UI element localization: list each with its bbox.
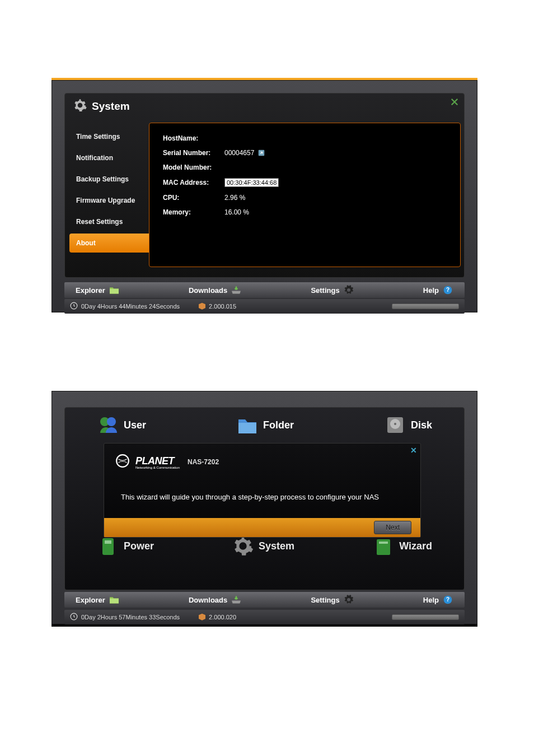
taskbar-downloads[interactable]: Downloads bbox=[181, 595, 250, 604]
svg-text:?: ? bbox=[446, 287, 449, 293]
status-version: 2.000.020 bbox=[198, 613, 236, 622]
grid-item-label: Wizard bbox=[399, 540, 432, 552]
row-cpu: CPU: 2.96 % bbox=[163, 194, 447, 202]
serial-value: 00004657 bbox=[224, 149, 447, 157]
app-body: System Time Settings Notification Backup… bbox=[51, 80, 477, 312]
wizard-message: This wizard will guide you through a ste… bbox=[104, 476, 420, 518]
row-model: Model Number: bbox=[163, 164, 447, 171]
wizard-header: PLANET Networking & Communication NAS-72… bbox=[104, 444, 420, 476]
grid-item-power[interactable]: Power bbox=[97, 535, 154, 557]
taskbar-downloads-label: Downloads bbox=[189, 596, 227, 604]
user-icon bbox=[97, 414, 119, 436]
row-hostname: HostName: bbox=[163, 134, 447, 142]
uptime-text: 0Day 2Hours 57Minutes 33Seconds bbox=[81, 614, 180, 620]
grid-item-system[interactable]: System bbox=[232, 535, 294, 557]
app-body: User Folder Disk Power bbox=[51, 391, 477, 624]
taskbar-settings-label: Settings bbox=[311, 286, 339, 295]
version-text: 2.000.015 bbox=[209, 303, 236, 310]
sidebar-item-about[interactable]: About bbox=[69, 234, 149, 253]
downloads-icon bbox=[231, 286, 242, 295]
memory-label: Memory: bbox=[163, 208, 224, 216]
grid-item-label: System bbox=[259, 540, 294, 552]
taskbar: Explorer Downloads Settings Help bbox=[64, 592, 465, 608]
status-version: 2.000.015 bbox=[198, 302, 236, 311]
svg-point-5 bbox=[107, 417, 116, 426]
folder-icon bbox=[236, 414, 259, 436]
brand-sub: Networking & Communication bbox=[135, 466, 180, 469]
brand-model: NAS-7202 bbox=[188, 458, 219, 466]
folder-icon bbox=[109, 286, 120, 295]
question-icon: ? bbox=[442, 595, 453, 604]
taskbar-explorer[interactable]: Explorer bbox=[68, 286, 128, 295]
svg-point-13 bbox=[116, 455, 129, 467]
screenshot-system-about: System Time Settings Notification Backup… bbox=[51, 78, 477, 312]
row-memory: Memory: 16.00 % bbox=[163, 208, 447, 216]
screenshot-wizard: User Folder Disk Power bbox=[51, 391, 477, 627]
panel-header: System bbox=[65, 94, 464, 119]
grid-item-label: Folder bbox=[263, 419, 294, 431]
close-icon[interactable] bbox=[449, 97, 460, 107]
mac-text: 00:30:4F:33:44:68 bbox=[224, 178, 279, 187]
next-button[interactable]: Next bbox=[374, 521, 411, 534]
taskbar-settings[interactable]: Settings bbox=[303, 286, 362, 295]
status-uptime: 0Day 4Hours 44Minutes 24Seconds bbox=[70, 302, 180, 311]
grid-item-wizard[interactable]: Wizard bbox=[372, 535, 432, 557]
serial-text: 00004657 bbox=[224, 149, 254, 157]
grid-item-user[interactable]: User bbox=[97, 414, 146, 436]
sidebar-item-notification[interactable]: Notification bbox=[69, 148, 149, 167]
close-icon[interactable]: ✕ bbox=[410, 446, 417, 455]
statusbar: 0Day 4Hours 44Minutes 24Seconds 2.000.01… bbox=[64, 299, 465, 314]
taskbar-help-label: Help bbox=[423, 286, 439, 295]
power-icon bbox=[97, 535, 119, 557]
sidebar-item-reset-settings[interactable]: Reset Settings bbox=[69, 212, 149, 231]
cpu-label: CPU: bbox=[163, 194, 224, 202]
taskbar-explorer-label: Explorer bbox=[76, 596, 105, 604]
box-icon bbox=[198, 302, 207, 311]
clock-icon bbox=[70, 302, 78, 311]
status-progress bbox=[392, 304, 459, 309]
box-icon bbox=[198, 613, 207, 622]
taskbar-settings-label: Settings bbox=[311, 596, 339, 604]
planet-logo-icon bbox=[115, 454, 130, 470]
grid-item-folder[interactable]: Folder bbox=[236, 414, 294, 436]
clock-icon bbox=[70, 613, 78, 622]
taskbar-help[interactable]: Help ? bbox=[415, 286, 461, 295]
mac-label: MAC Address: bbox=[163, 179, 224, 186]
svg-rect-10 bbox=[105, 540, 111, 544]
question-icon: ? bbox=[442, 286, 453, 295]
memory-value: 16.00 % bbox=[224, 208, 447, 216]
taskbar-settings[interactable]: Settings bbox=[303, 595, 362, 604]
mac-value: 00:30:4F:33:44:68 bbox=[224, 178, 447, 187]
version-text: 2.000.020 bbox=[209, 614, 236, 620]
about-content: HostName: Serial Number: 00004657 bbox=[149, 123, 461, 267]
taskbar-downloads[interactable]: Downloads bbox=[181, 286, 250, 295]
grid-row-2: Power System Wizard bbox=[97, 535, 432, 557]
grid-item-label: Power bbox=[124, 540, 154, 552]
taskbar-help-label: Help bbox=[423, 596, 439, 604]
uptime-text: 0Day 4Hours 44Minutes 24Seconds bbox=[81, 303, 180, 310]
grid-item-label: User bbox=[124, 419, 146, 431]
hostname-label: HostName: bbox=[163, 134, 224, 142]
system-icon bbox=[232, 535, 254, 557]
serial-label: Serial Number: bbox=[163, 149, 224, 157]
taskbar-downloads-label: Downloads bbox=[189, 286, 227, 295]
wizard-icon bbox=[372, 535, 395, 557]
taskbar-help[interactable]: Help ? bbox=[415, 595, 461, 604]
shortcut-icon[interactable] bbox=[257, 149, 265, 157]
downloads-icon bbox=[231, 595, 242, 604]
disk-icon bbox=[384, 414, 406, 436]
gear-icon bbox=[343, 286, 354, 295]
sidebar-item-backup-settings[interactable]: Backup Settings bbox=[69, 170, 149, 189]
sidebar-item-firmware-upgrade[interactable]: Firmware Upgrade bbox=[69, 191, 149, 210]
model-label: Model Number: bbox=[163, 164, 224, 171]
grid-item-disk[interactable]: Disk bbox=[384, 414, 432, 436]
taskbar: Explorer Downloads Settings Help bbox=[64, 282, 465, 298]
row-mac: MAC Address: 00:30:4F:33:44:68 bbox=[163, 178, 447, 187]
svg-point-8 bbox=[394, 423, 396, 425]
sidebar-item-time-settings[interactable]: Time Settings bbox=[69, 127, 149, 146]
svg-rect-12 bbox=[379, 542, 388, 544]
taskbar-explorer[interactable]: Explorer bbox=[68, 595, 128, 604]
taskbar-explorer-label: Explorer bbox=[76, 286, 105, 295]
row-serial: Serial Number: 00004657 bbox=[163, 149, 447, 157]
panel-title: System bbox=[92, 100, 130, 113]
